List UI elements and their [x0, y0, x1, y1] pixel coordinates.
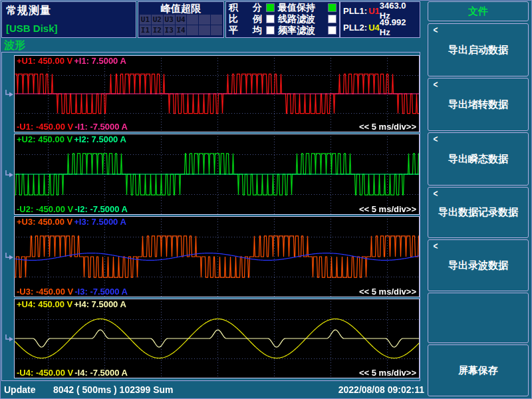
- peak-cell-i1: I1: [140, 25, 151, 35]
- export-startup-data-button[interactable]: < 导出启动数据: [428, 23, 529, 76]
- ch4-zero-level-marker-icon: [4, 334, 14, 344]
- file-menu-title: 文件: [468, 5, 488, 18]
- peak-cell-u1: U1: [140, 15, 151, 25]
- usb-disk-status: [USB Disk]: [6, 23, 58, 34]
- freq-filter-label: 频率滤波: [278, 25, 315, 37]
- ch4-current-neg-label: -I4: -7.5000 A: [74, 368, 128, 378]
- peak-cell-empty: [211, 15, 222, 25]
- ch1-voltage-neg-label: -U1: -450.00 V: [17, 122, 73, 132]
- peak-cell-i3: I3: [164, 25, 175, 35]
- waveform-channel-1: +U1: 450.00 V+I1: 7.5000 A -U1: -450.00 …: [14, 55, 420, 132]
- pll2-frequency: 49.992 Hz: [380, 17, 417, 37]
- ch3-voltage-neg-label: -U3: -450.00 V: [17, 287, 73, 297]
- pll2-label: PLL2:: [343, 23, 367, 33]
- ch1-current-neg-label: -I1: -7.5000 A: [74, 122, 128, 132]
- ch1-top-scale: +U1: 450.00 V+I1: 7.5000 A: [17, 56, 128, 66]
- screen-save-button[interactable]: 屏幕保存: [428, 344, 529, 396]
- peak-cell-empty: [199, 25, 210, 35]
- peak-overlimit-grid: U1 U2 U3 U4 I1 I2 I3 I4: [140, 15, 222, 36]
- ch2-voltage-pos-label: +U2: 450.00 V: [17, 134, 72, 144]
- ch1-current-pos-label: +I1: 7.5000 A: [74, 56, 126, 66]
- button-label: 导出堵转数据: [448, 98, 508, 111]
- button-label: 导出数据记录数据: [438, 206, 518, 219]
- peak-current-row: I1 I2 I3 I4: [140, 25, 222, 35]
- waveform-tab-label: 波形: [4, 39, 25, 53]
- pll-panel: PLL1: U1 3463.0 Hz PLL2: U4 49.992 Hz: [340, 1, 420, 38]
- export-waveform-record-data-button[interactable]: < 导出录波数据: [428, 239, 529, 291]
- ch2-top-scale: +U2: 450.00 V+I2: 7.5000 A: [17, 134, 128, 144]
- back-arrow-icon: <: [433, 134, 438, 145]
- toggle-row-1: 积分 最值保持: [229, 2, 339, 13]
- button-label: 导出录波数据: [448, 259, 508, 272]
- waveform-canvas-1: [15, 56, 419, 132]
- peak-cell-u3: U3: [164, 15, 175, 25]
- back-arrow-icon: <: [433, 79, 438, 90]
- empty-function-button[interactable]: [428, 293, 529, 343]
- power-analyzer-window: 常规测量 [USB Disk] 峰值超限 U1 U2 U3 U4 I1 I2 I…: [0, 0, 532, 399]
- export-transient-data-button[interactable]: < 导出瞬态数据: [428, 132, 529, 186]
- export-stall-data-button[interactable]: < 导出堵转数据: [428, 78, 529, 131]
- button-label: 屏幕保存: [458, 364, 498, 377]
- ch4-voltage-pos-label: +U4: 450.00 V: [17, 299, 72, 309]
- button-label: 导出瞬态数据: [448, 153, 508, 166]
- max-hold-checkbox[interactable]: [328, 3, 336, 12]
- mode-title: 常规测量: [6, 4, 51, 18]
- ch3-bottom-scale: -U3: -450.00 V-I3: -7.5000 A: [17, 287, 129, 297]
- peak-cell-i4: I4: [176, 25, 187, 35]
- ch3-top-scale: +U3: 450.00 V+I3: 7.5000 A: [17, 217, 128, 227]
- waveform-canvas-3: [15, 217, 419, 297]
- export-datalog-data-button[interactable]: < 导出数据记录数据: [428, 187, 529, 238]
- file-menu-title-button[interactable]: 文件: [428, 1, 529, 21]
- peak-cell-i2: I2: [152, 25, 163, 35]
- toggle-row-3: 平均 频率滤波: [229, 25, 339, 36]
- button-label: 导出启动数据: [448, 44, 508, 57]
- ch2-current-neg-label: -I2: -7.5000 A: [74, 204, 128, 214]
- back-arrow-icon: <: [433, 241, 438, 252]
- ch1-timebase-label: << 5 ms/div>>: [359, 122, 416, 132]
- ch4-timebase-label: << 5 ms/div>>: [359, 368, 416, 378]
- ch4-top-scale: +U4: 450.00 V+I4: 7.5000 A: [17, 299, 128, 309]
- datetime-display: 2022/08/08 09:02:11: [338, 384, 424, 395]
- ch3-timebase-label: << 5 ms/div>>: [359, 287, 416, 297]
- ch2-bottom-scale: -U2: -450.00 V-I2: -7.5000 A: [17, 204, 129, 214]
- ch1-bottom-scale: -U1: -450.00 V-I1: -7.5000 A: [17, 122, 129, 132]
- measurement-toggles-panel: 积分 最值保持 比例 线路滤波 平均 频率滤波: [225, 1, 340, 38]
- peak-cell-u2: U2: [152, 15, 163, 25]
- mode-status-panel: 常规测量 [USB Disk]: [1, 1, 136, 38]
- update-counter: 8042 ( 500ms ) 102399 Sum: [53, 384, 174, 395]
- peak-overlimit-title: 峰值超限: [138, 3, 223, 15]
- freq-filter-checkbox[interactable]: [328, 26, 336, 35]
- waveform-canvas-4: [15, 299, 419, 378]
- ch2-zero-level-marker-icon: [4, 170, 14, 180]
- peak-overlimit-panel: 峰值超限 U1 U2 U3 U4 I1 I2 I3 I4: [138, 1, 224, 38]
- waveform-display-area: +U1: 450.00 V+I1: 7.5000 A -U1: -450.00 …: [1, 52, 420, 381]
- integral-checkbox[interactable]: [266, 3, 275, 12]
- waveform-channel-2: +U2: 450.00 V+I2: 7.5000 A -U2: -450.00 …: [14, 134, 420, 215]
- peak-cell-empty: [187, 25, 198, 35]
- ch3-current-pos-label: +I3: 7.5000 A: [74, 217, 126, 227]
- integral-label: 积分: [229, 2, 266, 14]
- ch2-timebase-label: << 5 ms/div>>: [359, 204, 416, 214]
- max-hold-label: 最值保持: [278, 2, 315, 14]
- pll1-label: PLL1:: [343, 6, 367, 16]
- back-arrow-icon: <: [433, 188, 438, 200]
- peak-cell-empty: [187, 15, 198, 25]
- ch3-voltage-pos-label: +U3: 450.00 V: [17, 217, 72, 227]
- ch1-voltage-pos-label: +U1: 450.00 V: [17, 56, 72, 66]
- peak-cell-empty: [199, 15, 210, 25]
- waveform-channel-4: +U4: 450.00 V+I4: 7.5000 A -U4: -450.00 …: [14, 299, 420, 378]
- scaling-checkbox[interactable]: [266, 15, 275, 23]
- peak-voltage-row: U1 U2 U3 U4: [140, 15, 222, 25]
- average-checkbox[interactable]: [266, 26, 275, 35]
- ch2-voltage-neg-label: -U2: -450.00 V: [17, 204, 73, 214]
- line-filter-checkbox[interactable]: [328, 15, 336, 23]
- ch3-current-neg-label: -I3: -7.5000 A: [74, 287, 128, 297]
- waveform-canvas-2: [15, 134, 419, 214]
- back-arrow-icon: <: [433, 25, 438, 36]
- peak-cell-u4: U4: [176, 15, 187, 25]
- ch4-bottom-scale: -U4: -450.00 V-I4: -7.5000 A: [17, 368, 129, 378]
- scaling-label: 比例: [229, 13, 266, 25]
- pll1-row: PLL1: U1 3463.0 Hz: [343, 3, 417, 19]
- pll1-source: U1: [368, 6, 380, 16]
- file-menu-sidebar: 文件 < 导出启动数据 < 导出堵转数据 < 导出瞬态数据 < 导出数据记录数据…: [428, 0, 530, 399]
